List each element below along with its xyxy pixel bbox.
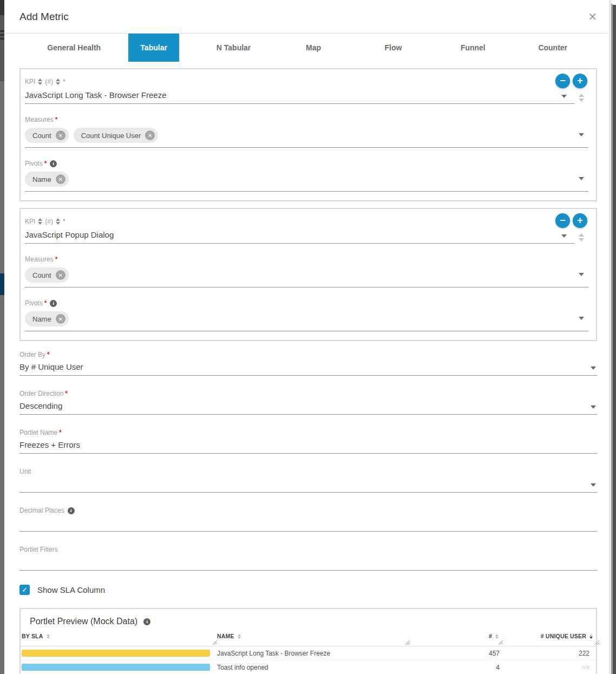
chevron-down-icon	[579, 177, 584, 180]
tab-label: General Health	[35, 34, 113, 62]
pivot-chip: Name ✕	[25, 172, 69, 187]
show-sla-checkbox[interactable]: ✓	[19, 585, 30, 595]
table-row: Toast info opened 4 n/a	[21, 660, 596, 674]
column-resize-handle[interactable]	[497, 639, 503, 645]
hamburger-icon	[0, 34, 4, 36]
portlet-name-input[interactable]: Freezes + Errors	[19, 439, 597, 454]
chip-label: Count	[32, 271, 51, 279]
required-mark: *	[55, 116, 58, 123]
required-mark: *	[55, 256, 58, 263]
tab-flow[interactable]: Flow	[353, 34, 433, 62]
remove-chip-icon[interactable]: ✕	[145, 130, 155, 140]
info-icon: i	[50, 300, 57, 307]
required-mark: *	[44, 160, 47, 167]
column-label: # UNIQUE USER	[541, 633, 586, 639]
sort-updown-icon[interactable]	[38, 78, 42, 85]
measure-chip: Count Unique User ✕	[74, 128, 159, 143]
measures-select[interactable]: Count ✕	[25, 265, 588, 287]
column-header-by-sla[interactable]: BY SLA	[22, 633, 214, 639]
decimal-places-field: Decimal Places i	[19, 507, 597, 532]
tab-n-tabular[interactable]: N Tabular	[194, 34, 273, 62]
tab-label: Map	[294, 34, 333, 62]
sort-updown-icon-active	[589, 634, 593, 639]
row-count: 4	[407, 664, 500, 671]
measure-chip: Count ✕	[25, 128, 69, 143]
label-text: Portlet Name	[19, 429, 57, 436]
order-by-select[interactable]: By # Unique User	[19, 361, 597, 376]
remove-chip-icon[interactable]: ✕	[56, 314, 65, 324]
tab-counter[interactable]: Counter	[513, 34, 593, 62]
kpi-hash-text: (#)	[45, 218, 53, 225]
decimal-places-input[interactable]	[19, 516, 597, 532]
required-mark: *	[47, 351, 50, 358]
tab-general-health[interactable]: General Health	[34, 34, 114, 62]
tab-label: Tabular	[128, 34, 179, 62]
unit-select[interactable]	[19, 477, 597, 493]
order-direction-label: Order Direction*	[19, 390, 597, 397]
measures-label-text: Measures	[25, 256, 54, 263]
column-resize-handle[interactable]	[404, 639, 410, 645]
remove-chip-icon[interactable]: ✕	[56, 174, 65, 184]
column-resize-handle[interactable]	[594, 639, 599, 645]
required-mark: *	[63, 218, 65, 225]
info-icon: i	[50, 160, 57, 167]
order-by-label: Order By*	[19, 351, 597, 358]
add-kpi-button[interactable]: +	[573, 74, 587, 88]
chevron-down-icon	[591, 483, 596, 487]
kpi-number-stepper[interactable]	[574, 94, 588, 104]
measure-chip: Count ✕	[25, 267, 69, 283]
order-direction-select[interactable]: Descending	[19, 400, 597, 415]
hamburger-icon	[0, 38, 4, 40]
pivots-label: Pivots* i	[25, 160, 588, 167]
column-header-name[interactable]: NAME	[214, 633, 407, 639]
close-icon[interactable]: ✕	[588, 11, 597, 22]
column-resize-handle[interactable]	[212, 639, 217, 645]
remove-chip-icon[interactable]: ✕	[56, 130, 65, 140]
measures-label-text: Measures	[25, 116, 54, 123]
portlet-filters-input[interactable]	[19, 555, 597, 571]
tab-label: Funnel	[449, 34, 497, 62]
kpi-select-value: JavaScript Long Task - Browser Freeze	[25, 90, 167, 100]
remove-kpi-button[interactable]: −	[555, 213, 570, 228]
pivots-label-text: Pivots	[25, 160, 43, 167]
sort-updown-icon[interactable]	[56, 78, 60, 85]
pivots-select[interactable]: Name ✕	[25, 169, 588, 192]
background-scrollbar[interactable]	[609, 0, 616, 674]
sort-updown-icon[interactable]	[38, 218, 42, 225]
kpi-select[interactable]: JavaScript Long Task - Browser Freeze	[25, 90, 574, 104]
preview-table-header: BY SLA NAME # # UNIQUE USER	[21, 633, 596, 646]
add-kpi-button[interactable]: +	[573, 213, 587, 228]
measures-select[interactable]: Count ✕ Count Unique User ✕	[25, 126, 588, 148]
portlet-name-value: Freezes + Errors	[19, 440, 80, 449]
kpi-hash-text: (#)	[45, 78, 53, 86]
sort-updown-icon	[495, 634, 499, 639]
tab-funnel[interactable]: Funnel	[433, 34, 513, 62]
column-label: BY SLA	[22, 633, 43, 639]
tab-map[interactable]: Map	[273, 34, 353, 62]
kpi-number-stepper[interactable]	[574, 233, 588, 244]
form-fields: Order By* By # Unique User Order Directi…	[19, 351, 597, 571]
tab-tabular[interactable]: Tabular	[114, 34, 193, 62]
unit-label: Unit	[19, 468, 597, 475]
column-header-count[interactable]: #	[407, 633, 500, 639]
row-name: Toast info opened	[214, 664, 407, 671]
required-mark: *	[44, 299, 47, 307]
chevron-down-icon	[579, 133, 584, 136]
remove-chip-icon[interactable]: ✕	[56, 270, 65, 280]
decimal-places-label: Decimal Places i	[19, 507, 597, 514]
tab-label: Counter	[526, 34, 579, 62]
page-title: Add Metric	[19, 11, 588, 23]
remove-kpi-button[interactable]: −	[555, 74, 570, 88]
kpi-label: KPI (#) *	[25, 218, 588, 225]
column-header-unique-user[interactable]: # UNIQUE USER	[500, 633, 596, 639]
kpi-select[interactable]: JavaScript Popup Dialog	[25, 230, 574, 244]
kpi-label-text: KPI	[25, 218, 35, 225]
pivots-select[interactable]: Name ✕	[25, 309, 588, 331]
add-metric-modal: Add Metric ✕ General Health Tabular N Ta…	[4, 0, 609, 674]
sla-bar	[22, 664, 210, 671]
chevron-down-icon	[591, 367, 596, 370]
sla-bar	[22, 650, 210, 657]
sort-updown-icon[interactable]	[56, 218, 60, 225]
kpi-select-value: JavaScript Popup Dialog	[25, 230, 114, 239]
kpi-section-2: − + KPI (#) * JavaScript Popup Dialog Me…	[19, 208, 597, 341]
